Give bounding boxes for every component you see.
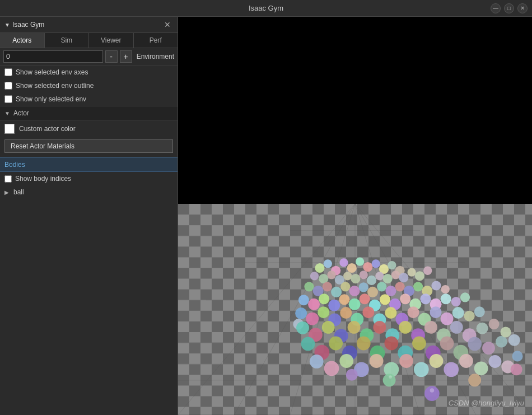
svg-point-78	[318, 306, 329, 318]
show-only-checkbox[interactable]	[4, 95, 12, 103]
svg-point-134	[414, 362, 429, 377]
svg-point-48	[349, 286, 360, 296]
svg-point-143	[468, 374, 481, 387]
svg-point-91	[464, 311, 475, 321]
bodies-title: Bodies	[4, 161, 25, 169]
svg-point-67	[380, 294, 390, 305]
svg-point-92	[474, 306, 485, 317]
actor-section-header[interactable]: ▼ Actor	[0, 106, 178, 120]
viewport[interactable]: CSDN @hongliyu_lviyu	[178, 17, 532, 415]
actor-color-label: Custom actor color	[19, 125, 76, 133]
env-plus-button[interactable]: +	[120, 50, 132, 63]
svg-point-123	[482, 342, 495, 355]
svg-point-45	[323, 282, 332, 291]
svg-point-38	[391, 271, 400, 279]
ball-label: ball	[13, 188, 24, 196]
svg-point-147	[430, 388, 435, 393]
svg-point-53	[395, 282, 405, 291]
svg-point-37	[383, 274, 393, 283]
show-outline-checkbox[interactable]	[4, 82, 12, 90]
svg-point-145	[512, 351, 522, 362]
svg-point-74	[451, 297, 461, 306]
show-axes-row[interactable]: Show selected env axes	[0, 66, 178, 79]
svg-point-55	[413, 282, 423, 291]
svg-point-84	[385, 307, 396, 319]
svg-point-124	[496, 336, 507, 348]
maximize-button[interactable]: □	[504, 3, 514, 13]
svg-point-60	[308, 299, 320, 310]
svg-point-76	[295, 307, 307, 319]
panel-title: Isaac Gym	[12, 21, 44, 29]
svg-point-22	[356, 258, 364, 266]
svg-point-41	[415, 271, 424, 281]
actor-section-arrow-icon: ▼	[4, 110, 10, 116]
svg-point-136	[444, 362, 459, 377]
show-outline-row[interactable]: Show selected env outline	[0, 79, 178, 92]
svg-point-61	[319, 293, 329, 304]
svg-point-35	[367, 276, 376, 285]
svg-point-137	[459, 354, 473, 368]
svg-point-126	[508, 334, 520, 346]
close-panel-button[interactable]: ✕	[162, 20, 173, 29]
svg-point-17	[315, 263, 324, 273]
svg-point-112	[329, 337, 343, 351]
svg-point-148	[389, 375, 392, 379]
color-swatch[interactable]	[4, 124, 15, 134]
env-number-input[interactable]	[3, 50, 103, 63]
minimize-button[interactable]: —	[491, 3, 501, 13]
svg-point-125	[500, 327, 511, 338]
svg-point-59	[298, 295, 309, 305]
ball-item-row[interactable]: ▶ ball	[0, 185, 178, 199]
bodies-section-header[interactable]: Bodies	[0, 157, 178, 172]
reset-actor-materials-button[interactable]: Reset Actor Materials	[4, 139, 173, 153]
svg-point-46	[331, 287, 342, 297]
left-panel: ▼ Isaac Gym ✕ Actors Sim Viewer Perf - +…	[0, 17, 178, 415]
show-axes-label: Show selected env axes	[16, 68, 88, 76]
svg-point-21	[347, 263, 357, 273]
show-body-indices-row[interactable]: Show body indices	[0, 172, 178, 185]
tab-actors[interactable]: Actors	[0, 33, 45, 48]
svg-point-142	[383, 374, 396, 387]
svg-point-69	[400, 293, 410, 304]
tabs-row: Actors Sim Viewer Perf	[0, 33, 178, 48]
svg-point-65	[360, 293, 370, 304]
svg-point-139	[488, 355, 501, 368]
svg-point-24	[372, 259, 380, 268]
app-title: Isaac Gym	[249, 4, 283, 12]
collapse-arrow-icon[interactable]: ▼	[4, 22, 10, 28]
svg-point-18	[324, 259, 332, 268]
panel-header: ▼ Isaac Gym ✕	[0, 17, 178, 33]
svg-point-47	[340, 282, 350, 291]
svg-point-58	[441, 285, 450, 293]
svg-point-64	[349, 299, 361, 310]
svg-point-86	[407, 306, 419, 318]
svg-point-75	[460, 293, 470, 302]
svg-point-102	[399, 321, 412, 334]
svg-point-40	[407, 268, 416, 277]
svg-point-23	[363, 262, 372, 272]
svg-point-120	[440, 337, 454, 351]
svg-point-30	[327, 271, 335, 279]
svg-point-100	[373, 321, 386, 334]
svg-point-34	[360, 271, 368, 279]
show-only-label: Show only selected env	[16, 95, 86, 103]
show-body-indices-checkbox[interactable]	[4, 175, 12, 183]
env-minus-button[interactable]: -	[105, 50, 118, 63]
title-bar: Isaac Gym — □ ✕	[0, 0, 532, 17]
show-only-row[interactable]: Show only selected env	[0, 92, 178, 106]
svg-point-71	[420, 293, 431, 304]
svg-point-108	[477, 323, 488, 334]
tab-perf[interactable]: Perf	[134, 33, 178, 48]
tab-viewer[interactable]: Viewer	[89, 33, 134, 48]
watermark: CSDN @hongliyu_lviyu	[449, 399, 524, 407]
svg-point-135	[430, 354, 444, 368]
svg-point-33	[351, 274, 360, 283]
tab-sim[interactable]: Sim	[45, 33, 90, 48]
env-label: Environment	[137, 53, 174, 60]
svg-point-73	[441, 293, 451, 304]
close-window-button[interactable]: ✕	[517, 3, 528, 13]
env-row: - + Environment	[0, 48, 178, 66]
show-body-indices-label: Show body indices	[15, 175, 71, 183]
scene-canvas	[178, 17, 532, 415]
show-axes-checkbox[interactable]	[4, 68, 12, 76]
